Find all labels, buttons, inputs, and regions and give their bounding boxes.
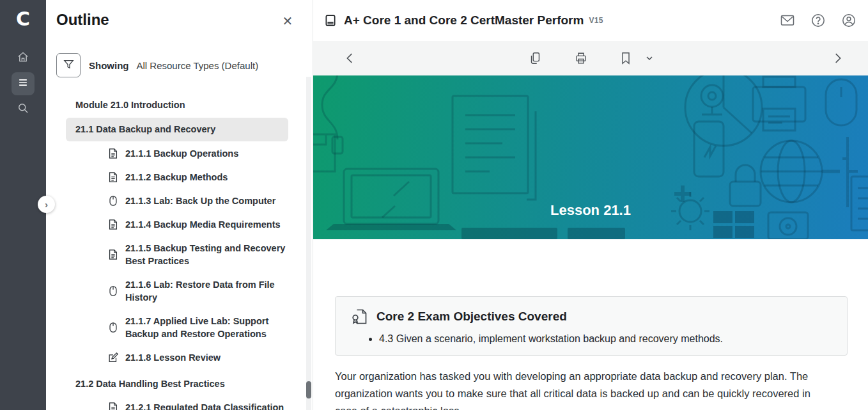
document-icon [107,219,119,230]
outline-item[interactable]: 21.1.8 Lesson Review [46,346,308,370]
outline-panel-title: Outline [56,11,109,29]
header-actions [780,0,856,41]
lesson-intro-paragraph: Your organization has tasked you with de… [335,368,832,410]
outline-item-label: Module 21.0 Introduction [75,99,185,111]
hamburger-icon [17,76,29,91]
objective-bullet: 4.3 Given a scenario, implement workstat… [379,332,832,346]
outline-item[interactable]: 21.2 Data Handling Best Practices [46,372,308,396]
print-icon[interactable] [571,41,591,75]
bookmark-dropdown-caret-icon[interactable] [642,41,656,75]
outline-item[interactable]: 21.1.1 Backup Operations [46,142,308,166]
document-icon [107,402,119,410]
outline-item-label: 21.1.3 Lab: Back Up the Computer [125,194,275,207]
outline-item-label: 21.1.1 Backup Operations [125,147,238,160]
filter-current-value: All Resource Types (Default) [137,60,259,71]
close-icon: ✕ [283,14,293,28]
outline-item[interactable]: 21.1.3 Lab: Back Up the Computer [46,189,308,213]
outline-menu-button[interactable] [12,72,35,95]
filter-showing-label: Showing [89,60,129,71]
outline-item-label: 21.2.1 Regulated Data Classification [125,401,284,410]
mouse-icon [107,322,119,333]
outline-item-label: 21.1.8 Lesson Review [125,351,221,364]
document-icon [107,171,119,183]
edit-icon [107,352,119,363]
lesson-title: Data Backup and Recovery [313,235,868,239]
filter-button[interactable] [56,53,81,77]
course-title: A+ Core 1 and Core 2 CertMaster Perform [344,13,584,28]
outline-item-label: 21.1.2 Backup Methods [125,171,228,184]
main-content: A+ Core 1 and Core 2 CertMaster Perform … [313,0,868,410]
comptia-logo: C [0,8,46,30]
outline-item[interactable]: 21.1.7 Applied Live Lab: Support Backup … [46,310,308,346]
home-button[interactable] [12,47,35,70]
lesson-hero-banner: Lesson 21.1 Data Backup and Recovery [313,75,868,239]
outline-filter-row: Showing All Resource Types (Default) [56,53,258,77]
course-book-icon [324,14,337,27]
outline-item[interactable]: 21.1.4 Backup Media Requirements [46,213,308,237]
exam-objectives-box: Core 2 Exam Objectives Covered 4.3 Given… [335,296,848,356]
lesson-number: Lesson 21.1 [313,202,868,219]
outline-item-label: 21.1.4 Backup Media Requirements [125,218,281,231]
collapse-panel-button[interactable]: › [38,196,55,213]
document-icon [107,249,119,260]
outline-item[interactable]: 21.2.1 Regulated Data Classification [46,396,308,410]
exam-objectives-list: 4.3 Given a scenario, implement workstat… [379,332,832,346]
bookmark-icon[interactable] [618,41,633,75]
copy-icon[interactable] [526,41,544,75]
search-button[interactable] [12,98,35,121]
chevron-right-icon: › [45,199,48,210]
outline-panel: Outline ✕ Showing All Resource Types (De… [46,0,313,410]
outline-item[interactable]: Module 21.0 Introduction [46,93,308,117]
mail-icon[interactable] [780,13,795,28]
outline-item[interactable]: 21.1.2 Backup Methods [46,166,308,189]
outline-item[interactable]: 21.1.6 Lab: Restore Data from File Histo… [46,273,308,310]
outline-item-label: 21.1.6 Lab: Restore Data from File Histo… [125,278,286,304]
outline-tree: Module 21.0 Introduction21.1 Data Backup… [46,93,308,410]
home-icon [17,51,29,66]
outline-item-label: 21.1 Data Backup and Recovery [75,123,215,136]
search-icon [17,102,29,117]
close-outline-button[interactable]: ✕ [281,14,295,28]
outline-scrollbar-track[interactable] [306,77,311,410]
outline-item[interactable]: 21.1.5 Backup Testing and Recovery Best … [46,237,308,273]
next-page-button[interactable] [828,41,846,75]
document-icon [107,148,119,159]
outline-scrollbar-thumb[interactable] [306,381,311,398]
course-header: A+ Core 1 and Core 2 CertMaster Perform … [313,0,868,41]
course-version-badge: V15 [589,16,603,25]
account-icon[interactable] [841,13,856,28]
lesson-toolbar [313,41,868,75]
mouse-icon [107,195,119,207]
mouse-icon [107,285,119,297]
certificate-icon [351,308,369,326]
outline-item-label: 21.1.5 Backup Testing and Recovery Best … [125,242,286,267]
filter-funnel-icon [63,58,75,73]
help-icon[interactable] [810,13,826,28]
outline-item-selected[interactable]: 21.1 Data Backup and Recovery [66,118,288,141]
previous-page-button[interactable] [341,41,359,75]
exam-objectives-title: Core 2 Exam Objectives Covered [376,310,567,324]
outline-item-label: 21.2 Data Handling Best Practices [75,377,225,390]
outline-item-label: 21.1.7 Applied Live Lab: Support Backup … [125,315,286,340]
